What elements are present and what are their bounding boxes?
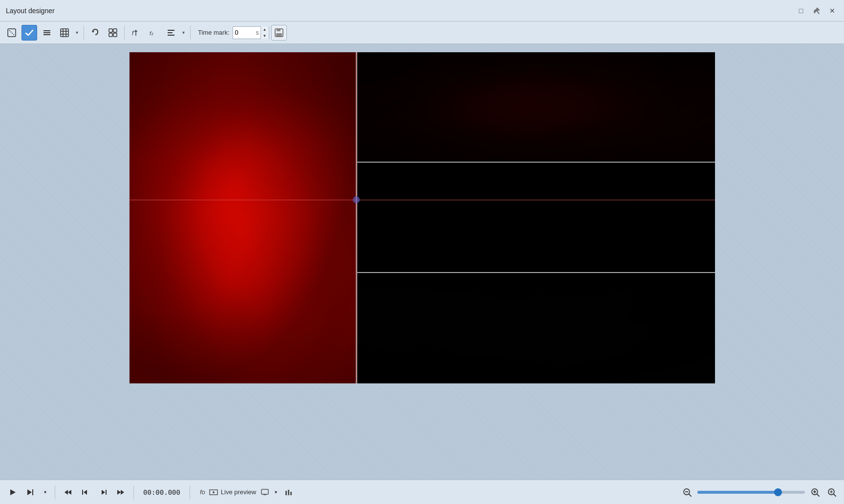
- svg-rect-21: [276, 33, 282, 36]
- save-icon: [275, 28, 283, 37]
- play-from-icon: [26, 489, 34, 496]
- grid-chevron-icon: ▾: [76, 30, 78, 35]
- pin-button[interactable]: [811, 5, 822, 17]
- svg-rect-39: [290, 492, 292, 495]
- time-mark-spinbox[interactable]: s ▲ ▼: [233, 26, 269, 39]
- fx-icon: f: [131, 28, 140, 37]
- svg-marker-23: [27, 489, 32, 495]
- main-canvas-area: [0, 44, 844, 480]
- grid-tool-button[interactable]: [57, 25, 72, 41]
- next-frame-button[interactable]: [96, 485, 110, 499]
- align-chevron-icon: ▾: [182, 30, 185, 35]
- align-tool-group: ▾: [163, 25, 187, 41]
- strawberries-panel[interactable]: [357, 52, 715, 163]
- toolbar-separator-1: [84, 26, 84, 40]
- canvas-container[interactable]: [129, 52, 715, 384]
- svg-marker-22: [10, 489, 16, 495]
- close-button[interactable]: ✕: [826, 5, 838, 17]
- group-icon: [108, 28, 117, 37]
- zoom-controls: [681, 486, 838, 499]
- spin-down-button[interactable]: ▼: [261, 33, 269, 39]
- zoom-out-icon: [683, 488, 692, 497]
- play-chevron-icon: ▾: [44, 489, 46, 495]
- live-preview-label: Live preview: [221, 488, 256, 496]
- svg-marker-25: [65, 490, 68, 495]
- title-bar: Layout designer □ ✕: [0, 0, 844, 21]
- undo-icon: [91, 28, 100, 37]
- play-from-button[interactable]: [23, 485, 37, 499]
- prev-frame-button[interactable]: [79, 485, 92, 499]
- toolbar-separator-3: [190, 26, 191, 40]
- spin-arrows: ▲ ▼: [260, 26, 269, 39]
- horizontal-icon: [43, 28, 51, 37]
- svg-marker-31: [117, 490, 121, 495]
- svg-line-1: [9, 30, 14, 35]
- svg-text:f: f: [132, 30, 134, 37]
- rewind-icon: [64, 489, 72, 495]
- svg-marker-26: [68, 490, 71, 495]
- live-preview-screen-button[interactable]: [259, 485, 271, 499]
- live-preview-chevron-icon: ▾: [275, 489, 277, 495]
- horizontal-layout-button[interactable]: [39, 25, 55, 41]
- zoom-in-button[interactable]: [809, 486, 822, 499]
- undo-button[interactable]: [87, 25, 103, 41]
- svg-rect-13: [113, 33, 117, 37]
- screen-icon: [261, 489, 269, 495]
- title-bar-controls: □ ✕: [795, 5, 838, 17]
- svg-marker-32: [121, 490, 124, 495]
- select-icon: [7, 28, 16, 37]
- save-button[interactable]: [271, 25, 287, 41]
- spin-up-button[interactable]: ▲: [261, 26, 269, 33]
- live-preview-icon: [209, 489, 218, 496]
- zoom-slider-track[interactable]: [697, 491, 805, 494]
- grid-dropdown-button[interactable]: ▾: [73, 25, 80, 41]
- maximize-button[interactable]: □: [795, 5, 807, 17]
- svg-rect-38: [288, 490, 289, 495]
- bottom-separator-3: [190, 485, 190, 499]
- group-button[interactable]: [105, 25, 121, 41]
- zoom-search-button[interactable]: [825, 486, 838, 499]
- chart-button[interactable]: [282, 485, 294, 499]
- pin-icon: [813, 7, 821, 15]
- fast-forward-button[interactable]: [114, 485, 128, 499]
- svg-rect-9: [61, 29, 68, 37]
- svg-marker-27: [84, 490, 87, 495]
- window-title: Layout designer: [6, 7, 795, 15]
- align-button[interactable]: [163, 25, 179, 41]
- svg-rect-11: [113, 29, 117, 32]
- play-dropdown-button[interactable]: ▾: [41, 485, 49, 499]
- select-tool-button[interactable]: [4, 25, 20, 41]
- live-preview-dropdown-button[interactable]: ▾: [272, 485, 280, 499]
- svg-rect-0: [8, 29, 16, 37]
- svg-line-42: [689, 494, 691, 496]
- zoom-out-button[interactable]: [681, 486, 693, 499]
- fx2-tool-button[interactable]: f₂: [146, 25, 161, 41]
- time-mark-input[interactable]: [233, 27, 255, 39]
- fast-forward-icon: [117, 489, 125, 495]
- play-button[interactable]: [6, 485, 20, 499]
- rewind-button[interactable]: [61, 485, 75, 499]
- next-frame-icon: [100, 489, 107, 495]
- svg-rect-34: [261, 489, 268, 494]
- zoom-slider-thumb[interactable]: [774, 488, 782, 496]
- timecode-display: 00:00.000: [140, 488, 184, 496]
- zoom-slider-fill: [697, 491, 778, 494]
- grid-tool-group: ▾: [57, 25, 80, 41]
- svg-rect-37: [285, 491, 287, 495]
- blueberries-panel[interactable]: [357, 163, 715, 273]
- kiwi-panel[interactable]: [357, 273, 715, 383]
- svg-line-46: [817, 494, 819, 496]
- live-preview-dropdown: ▾: [259, 485, 280, 499]
- fx-tool-button[interactable]: f: [128, 25, 144, 41]
- align-icon: [167, 28, 175, 37]
- snap-icon: [25, 28, 34, 37]
- citrus-panel[interactable]: [130, 52, 357, 383]
- grid-icon: [60, 28, 69, 37]
- live-preview-area: fo Live preview ▾: [200, 485, 294, 499]
- toolbar: ▾ f f₂: [0, 21, 844, 44]
- time-mark-unit: s: [255, 29, 260, 36]
- align-dropdown-button[interactable]: ▾: [180, 25, 187, 41]
- svg-rect-20: [277, 29, 281, 31]
- snap-tool-button[interactable]: [22, 25, 37, 41]
- prev-frame-icon: [82, 489, 89, 495]
